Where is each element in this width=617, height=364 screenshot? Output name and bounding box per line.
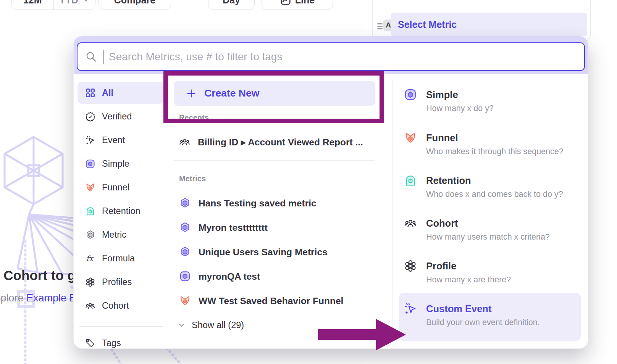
metric-list-item[interactable]: Myron testttttttt — [179, 222, 388, 234]
filter-formula[interactable]: Formula — [78, 247, 165, 269]
select-metric-button[interactable]: Select Metric — [391, 13, 587, 36]
text-caret — [103, 50, 103, 64]
metric-type-retention[interactable]: RetentionWho does x and comes back to do… — [404, 174, 580, 199]
funnel-icon — [404, 131, 417, 144]
filter-profiles[interactable]: Profiles — [78, 271, 165, 293]
filter-funnel[interactable]: Funnel — [78, 176, 165, 198]
retention-icon — [85, 206, 95, 216]
column-divider — [392, 80, 393, 340]
background-subtext-fragment: xplore Example B — [0, 292, 75, 304]
filter-verified[interactable]: Verified — [78, 105, 165, 127]
metric-list-item[interactable]: WW Test Saved Behavior Funnel — [179, 295, 388, 307]
range-ytd-button[interactable]: YTD — [54, 0, 95, 10]
formula-fx-icon — [85, 253, 95, 264]
cohort-people-icon — [179, 137, 190, 148]
metric-list-item[interactable]: myronQA test — [179, 271, 388, 282]
saved-metric-icon — [179, 197, 191, 209]
event-click-icon — [85, 135, 95, 145]
annotation-rectangle — [163, 71, 384, 123]
metric-row-card: A Select Metric — [372, 0, 591, 42]
range-12m-button[interactable]: 12M — [12, 0, 53, 10]
saved-metric-icon — [179, 246, 191, 258]
metric-list-item[interactable]: Unique Users Saving Metrics — [179, 246, 388, 258]
retention-icon — [404, 174, 417, 187]
metric-type-profile[interactable]: ProfileHow many x are there? — [404, 259, 580, 285]
compare-button[interactable]: Compare — [99, 0, 171, 10]
annotation-arrow — [318, 317, 407, 353]
profiles-cluster-icon — [404, 259, 417, 272]
search-input[interactable]: Search Metrics, use # to filter to tags — [77, 42, 585, 71]
filter-tags[interactable]: Tags — [78, 332, 165, 348]
chart-type-line-button[interactable]: Line — [262, 0, 333, 10]
list-divider — [174, 160, 375, 161]
tag-icon — [85, 338, 95, 348]
sidebar-divider — [79, 326, 163, 327]
example-link[interactable]: Example B — [26, 292, 75, 304]
simple-metric-icon — [404, 88, 417, 101]
granularity-day-button[interactable]: Day — [208, 0, 255, 10]
metrics-section-label: Metrics — [179, 174, 206, 183]
filter-metric[interactable]: Metric — [78, 224, 165, 246]
filter-event[interactable]: Event — [78, 129, 165, 151]
recent-item[interactable]: Billing ID ▸ Account Viewed Report ... — [179, 137, 388, 148]
cohort-people-icon — [404, 217, 417, 230]
saved-metric-icon — [179, 222, 191, 234]
metric-type-cohort[interactable]: CohortHow many users match x criteria? — [404, 217, 580, 242]
filter-all[interactable]: All — [78, 82, 165, 104]
show-all-toggle[interactable]: Show all (29) — [178, 320, 244, 330]
profiles-cluster-icon — [85, 277, 95, 287]
drag-handle-icon[interactable] — [377, 22, 383, 31]
filter-retention[interactable]: Retention — [78, 200, 165, 222]
line-chart-icon — [280, 0, 291, 6]
metric-type-simple[interactable]: SimpleHow many x do y? — [404, 88, 580, 113]
funnel-icon — [85, 182, 95, 193]
app-root: r Cohort to ge xplore Example B 12M YTD … — [0, 0, 617, 364]
background-heading-fragment: r Cohort to ge — [0, 268, 75, 283]
custom-event-click-icon — [404, 302, 417, 315]
filter-simple[interactable]: Simple — [78, 153, 165, 175]
cohort-people-icon — [85, 301, 95, 311]
search-placeholder: Search Metrics, use # to filter to tags — [109, 51, 282, 63]
metric-list-item[interactable]: Hans Testing saved metric — [179, 197, 388, 209]
grid-icon — [85, 88, 95, 98]
filter-cohort[interactable]: Cohort — [78, 295, 165, 317]
simple-metric-icon — [179, 271, 191, 282]
date-range-segmented-control: 12M YTD — [11, 0, 95, 10]
metric-type-custom-event[interactable]: Custom EventBuild your own event definit… — [404, 302, 580, 327]
simple-metric-icon — [85, 159, 95, 169]
verified-badge-icon — [85, 111, 95, 122]
chevron-down-icon — [82, 0, 90, 4]
chevron-down-icon — [178, 321, 186, 329]
metric-hexagon-icon — [85, 230, 95, 240]
funnel-icon — [179, 295, 191, 307]
metric-type-funnel[interactable]: FunnelWho makes it through this sequence… — [404, 131, 580, 156]
search-icon — [85, 51, 97, 63]
